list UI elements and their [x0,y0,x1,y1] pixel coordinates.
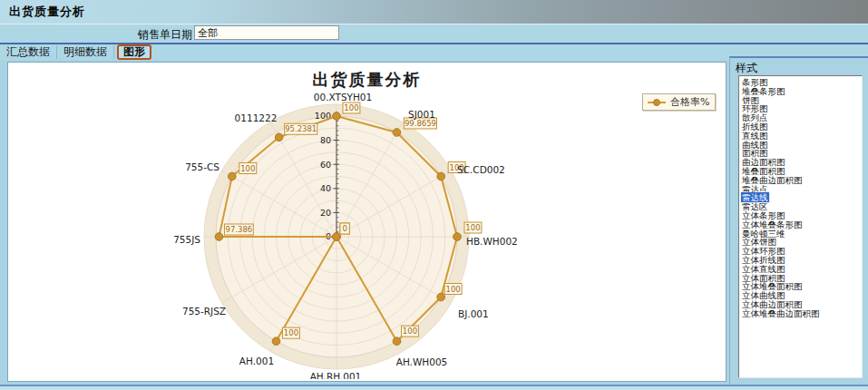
radar-data-point [272,337,280,346]
radar-data-point [215,233,223,241]
window-title-bar: 出货质量分析 [0,0,868,24]
sales-date-input[interactable] [194,25,339,40]
filter-row: 销售单日期 [0,24,868,43]
radar-data-point [393,337,401,346]
tab-graph[interactable]: 图形 [117,44,151,60]
radar-data-point [454,233,462,241]
radar-data-point [333,233,341,241]
app-window: 出货质量分析 销售单日期 汇总数据 明细数据 图形 出货质量分析 0204060… [0,0,868,390]
radar-value-label: 97.386 [226,225,253,234]
style-listbox[interactable]: 条形图堆叠条形图饼图环形图散列点折线图直线图曲线图面积图曲边面积图堆叠面积图堆叠… [738,75,863,378]
radar-category-label: BJ.001 [458,308,489,319]
radar-value-label: 100 [240,164,255,173]
radar-data-point [229,172,237,180]
radar-category-label: AH.001 [239,356,274,366]
radar-value-label: 0 [342,224,346,233]
style-panel: 样式 条形图堆叠条形图饼图环形图散列点折线图直线图曲线图面积图曲边面积图堆叠面积… [729,56,868,390]
bottom-strip [0,386,868,390]
radar-data-point [437,293,445,301]
radar-value-label: 100 [284,328,298,337]
radar-axis-tick-label: 60 [320,160,331,170]
radar-category-label: HB.WH002 [466,236,518,247]
radar-category-label: 0111222 [235,112,278,123]
radar-category-label: AH.WH005 [396,356,448,367]
radar-category-label: SJ001 [408,109,435,120]
radar-data-point [393,129,401,137]
chart-panel: 出货质量分析 02040608010010099.865910010010010… [7,62,727,382]
radar-value-label: 99.8659 [405,119,436,128]
style-panel-title: 样式 [736,61,757,76]
radar-value-label: 100 [465,223,480,232]
radar-category-label: 755JS [173,234,200,245]
tab-summary-data[interactable]: 汇总数据 [0,45,57,59]
radar-category-label: 00.XTSYH01 [314,92,372,102]
radar-category-label: 755-CS [185,161,219,172]
sales-date-label: 销售单日期 [138,27,192,43]
legend-line-dot-icon [648,102,666,103]
radar-axis-tick-label: 80 [320,135,331,145]
radar-value-label: 100 [403,327,417,336]
radar-value-label: 100 [344,103,358,112]
radar-data-point [437,172,445,180]
radar-axis-tick-label: 20 [320,208,331,218]
radar-data-point [275,133,283,141]
radar-chart: 02040608010010099.8659100100100100010009… [8,63,724,379]
style-list-item[interactable]: 立体堆叠曲边面积图 [741,309,862,318]
radar-category-label: 755-RJSZ [182,306,226,317]
radar-value-label: 100 [446,285,461,294]
radar-category-label: AH.RH.001 [310,371,362,379]
legend-label: 合格率% [670,95,709,109]
chart-legend: 合格率% [642,93,716,111]
radar-axis-tick-label: 40 [320,183,331,193]
tab-detail-data[interactable]: 明细数据 [57,45,114,59]
radar-data-point [333,112,341,121]
window-title: 出货质量分析 [9,4,85,20]
radar-value-label: 95.2381 [285,124,317,133]
radar-category-label: SC.CD002 [457,164,505,175]
